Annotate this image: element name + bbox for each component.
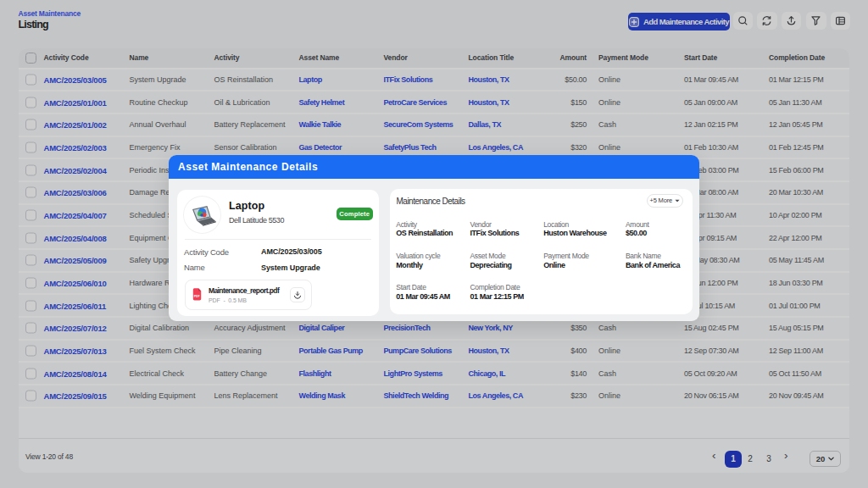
svg-text:PDF: PDF [194,295,200,298]
